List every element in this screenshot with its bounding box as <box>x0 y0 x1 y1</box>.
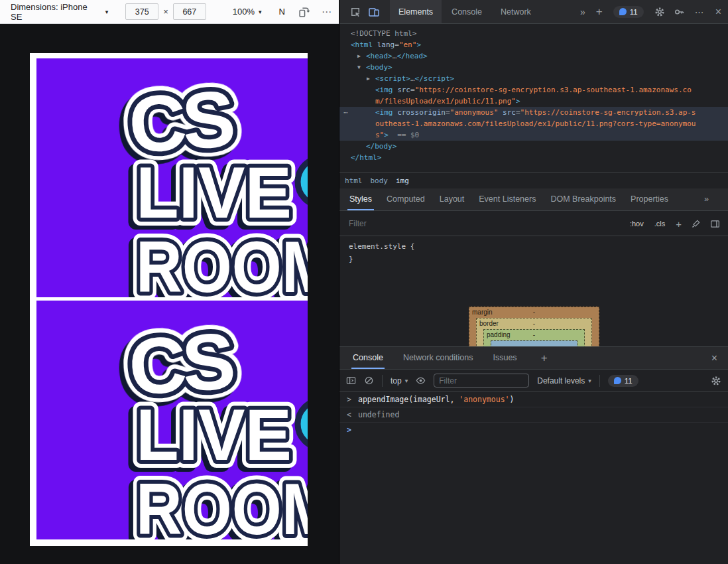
tab-dom-breakpoints[interactable]: DOM Breakpoints <box>543 188 623 210</box>
margin-label: margin <box>472 309 493 316</box>
device-canvas: CS CS LIVE LIVE ROOM ROOM CS C <box>0 24 339 564</box>
code-token: "https://coinstore-sg-encryption.s3.ap-s <box>520 108 696 117</box>
log-levels-select[interactable]: Default levels ▾ <box>537 376 591 386</box>
inspect-element-button[interactable] <box>350 7 361 17</box>
console-context-select[interactable]: top ▾ <box>391 376 408 386</box>
throttling-select[interactable]: N <box>279 7 285 17</box>
box-model-content <box>491 340 577 346</box>
close-drawer-icon[interactable]: × <box>711 352 717 364</box>
preview-image-1: CS CS LIVE LIVE ROOM ROOM <box>36 58 308 297</box>
console-sidebar-icon[interactable] <box>346 376 356 386</box>
tree-node-doctype[interactable]: <!DOCTYPE html> <box>339 28 728 39</box>
element-style-rule[interactable]: element.style { <box>339 236 728 251</box>
inspect-icon <box>350 7 361 17</box>
toggle-element-state-button[interactable]: :hov <box>630 220 644 228</box>
console-issues-badge[interactable]: 11 <box>608 375 638 387</box>
chevron-down-icon: ▾ <box>405 378 408 384</box>
tree-node-head[interactable]: ▶<head>…</head> <box>339 50 728 62</box>
device-toolbar-more-icon[interactable]: ⋯ <box>322 6 332 18</box>
box-model-margin: margin - border - padding - <box>469 307 599 346</box>
disclosure-closed-icon[interactable]: ▶ <box>357 50 366 62</box>
dimensions-separator: × <box>163 7 168 17</box>
clear-console-icon[interactable] <box>364 376 374 386</box>
crumb-img[interactable]: img <box>396 176 409 185</box>
tab-console-drawer[interactable]: Console <box>346 347 390 369</box>
tab-event-listeners[interactable]: Event Listeners <box>471 188 543 210</box>
tree-node-script[interactable]: ▶<script>…</script> <box>339 73 728 84</box>
panel-icon[interactable] <box>710 219 720 229</box>
new-style-rule-icon[interactable]: + <box>676 218 682 230</box>
code-token: == $0 <box>397 131 419 139</box>
rotate-device-icon[interactable] <box>298 6 310 17</box>
tree-node-html-close[interactable]: </html> <box>339 152 728 163</box>
zoom-value: 100% <box>233 7 255 17</box>
chevron-down-icon: ▾ <box>588 378 591 384</box>
code-token: = <box>516 108 520 117</box>
viewport-height-input[interactable] <box>173 3 206 20</box>
more-tools-icon[interactable]: + <box>596 5 603 19</box>
add-drawer-tab-icon[interactable]: + <box>541 352 548 365</box>
issues-badge[interactable]: 11 <box>613 6 644 18</box>
disclosure-closed-icon[interactable]: ▶ <box>367 73 375 84</box>
prompt-chevron-icon: > <box>347 425 351 435</box>
viewport-width-input[interactable] <box>125 3 158 20</box>
code-token: </body> <box>366 142 396 151</box>
code-token: src <box>503 108 516 117</box>
code-token: outheast-1.amazonaws.com/filesUpload/ex1… <box>375 119 696 128</box>
disclosure-open-icon[interactable]: ▼ <box>357 62 366 73</box>
crumb-body[interactable]: body <box>371 176 389 185</box>
settings-gear-icon[interactable] <box>654 7 665 17</box>
code-token: "anonymous" <box>450 108 499 117</box>
console-settings-gear-icon[interactable] <box>711 376 721 386</box>
tab-computed[interactable]: Computed <box>379 188 432 210</box>
tree-node-img-cors-1[interactable]: ⋯<img crossorigin="anonymous" src="https… <box>339 107 728 118</box>
code-token: crossorigin <box>397 108 446 117</box>
padding-label: padding <box>487 331 511 338</box>
tab-issues[interactable]: Issues <box>486 347 523 369</box>
tab-elements[interactable]: Elements <box>390 0 442 23</box>
code-token: </script> <box>415 74 455 83</box>
console-prompt-row[interactable]: > <box>339 423 728 428</box>
code-token: <img <box>375 86 393 94</box>
tree-node-img-plain-1[interactable]: <img src="https://coinstore-sg-encryptio… <box>339 84 728 96</box>
code-token <box>373 40 377 49</box>
tab-network-conditions[interactable]: Network conditions <box>396 347 480 369</box>
tab-label: Console <box>452 7 482 17</box>
styles-filter-input[interactable] <box>347 218 453 229</box>
tree-node-html-open[interactable]: <html lang="en"> <box>339 39 728 50</box>
console-token: ) <box>510 395 515 404</box>
eye-icon[interactable] <box>416 376 426 386</box>
tab-console[interactable]: Console <box>443 0 491 23</box>
code-token: > <box>384 131 389 139</box>
console-filter-input[interactable] <box>434 374 529 388</box>
tab-styles[interactable]: Styles <box>342 188 379 210</box>
tree-node-img-cors-2[interactable]: outheast-1.amazonaws.com/filesUpload/ex1… <box>339 118 728 129</box>
node-overflow-dots-icon[interactable]: ⋯ <box>343 107 348 118</box>
tree-node-body-open[interactable]: ▼<body> <box>339 62 728 73</box>
console-drawer: Console Network conditions Issues + × to… <box>339 346 728 564</box>
tab-layout[interactable]: Layout <box>432 188 472 210</box>
tree-node-body-close[interactable]: </body> <box>339 141 728 152</box>
console-input-row: >appendImage(imageUrl, 'anonymous') <box>339 392 728 407</box>
tree-node-img-plain-2[interactable]: m/filesUpload/ex1/public/11.png"> <box>339 96 728 107</box>
tab-network[interactable]: Network <box>492 0 540 23</box>
brush-icon[interactable] <box>691 219 701 229</box>
tab-properties[interactable]: Properties <box>623 188 676 210</box>
rule-close-brace: } <box>339 251 728 263</box>
zoom-select[interactable]: 100% ▾ <box>233 7 262 17</box>
drawer-tab-bar: Console Network conditions Issues + × <box>339 347 728 370</box>
crumb-html[interactable]: html <box>345 176 363 185</box>
code-token <box>389 131 397 139</box>
more-style-tabs-icon[interactable]: » <box>697 188 716 210</box>
close-devtools-icon[interactable]: × <box>715 6 721 18</box>
toggle-device-toolbar-button[interactable] <box>369 7 379 17</box>
console-toolbar: top ▾ Default levels ▾ 11 <box>339 370 728 392</box>
devtools-menu-icon[interactable]: ⋯ <box>695 7 705 17</box>
key-icon[interactable] <box>674 7 684 17</box>
more-tabs-icon[interactable]: » <box>580 7 585 17</box>
tree-node-img-cors-3[interactable]: s"> == $0 <box>339 129 728 141</box>
device-dimensions-select[interactable]: Dimensions: iPhone SE ▾ <box>11 2 108 22</box>
prompt-chevron-icon: > <box>347 395 351 404</box>
element-classes-button[interactable]: .cls <box>654 220 666 228</box>
console-token: appendImage(imageUrl, <box>358 395 459 404</box>
